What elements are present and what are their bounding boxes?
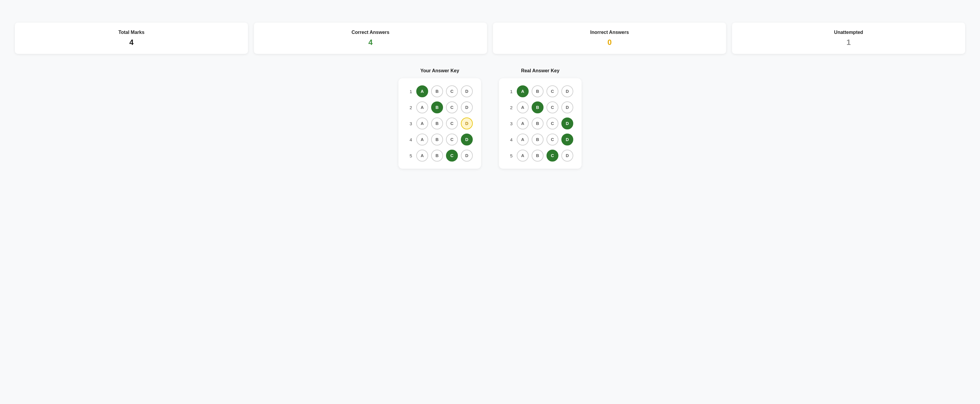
option-d[interactable]: D bbox=[562, 85, 573, 97]
option-b[interactable]: B bbox=[431, 101, 443, 113]
option-a[interactable]: A bbox=[416, 118, 428, 129]
option-d[interactable]: D bbox=[461, 150, 473, 161]
stat-card-unattempted: Unattempted 1 bbox=[732, 22, 965, 54]
option-b[interactable]: B bbox=[431, 150, 443, 161]
your-answer-key-section: Your Answer Key 1ABCD2ABCD3ABCD4ABCD5ABC… bbox=[398, 68, 481, 169]
option-c[interactable]: C bbox=[446, 118, 458, 129]
option-a[interactable]: A bbox=[517, 150, 529, 161]
option-d[interactable]: D bbox=[562, 150, 573, 161]
option-a[interactable]: A bbox=[517, 85, 529, 97]
option-b[interactable]: B bbox=[531, 150, 544, 161]
stat-value: 1 bbox=[738, 38, 959, 47]
option-a[interactable]: A bbox=[517, 134, 529, 145]
option-c[interactable]: C bbox=[446, 101, 458, 113]
row-number: 2 bbox=[407, 105, 412, 110]
stats-row: Total Marks 4 Correct Answers 4 Inorrect… bbox=[15, 22, 965, 54]
option-d[interactable]: D bbox=[562, 101, 573, 113]
answer-row: 2ABCD bbox=[507, 101, 573, 113]
option-c[interactable]: C bbox=[546, 134, 558, 145]
answer-row: 4ABCD bbox=[507, 134, 573, 145]
option-b[interactable]: B bbox=[531, 118, 544, 129]
option-a[interactable]: A bbox=[416, 150, 428, 161]
your-answer-key-card: 1ABCD2ABCD3ABCD4ABCD5ABCD bbox=[398, 78, 481, 169]
row-number: 3 bbox=[407, 121, 412, 126]
option-c[interactable]: C bbox=[546, 150, 558, 161]
row-number: 5 bbox=[507, 153, 512, 158]
option-b[interactable]: B bbox=[531, 134, 544, 145]
option-d[interactable]: D bbox=[461, 85, 473, 97]
answer-row: 3ABCD bbox=[507, 118, 573, 129]
option-b[interactable]: B bbox=[431, 118, 443, 129]
option-c[interactable]: C bbox=[546, 118, 558, 129]
row-number: 4 bbox=[407, 137, 412, 142]
answer-row: 3ABCD bbox=[407, 118, 473, 129]
option-c[interactable]: C bbox=[446, 85, 458, 97]
option-d[interactable]: D bbox=[461, 101, 473, 113]
option-d[interactable]: D bbox=[461, 134, 473, 145]
option-a[interactable]: A bbox=[416, 134, 428, 145]
option-a[interactable]: A bbox=[416, 101, 428, 113]
real-answer-key-title: Real Answer Key bbox=[521, 68, 559, 73]
answer-row: 2ABCD bbox=[407, 101, 473, 113]
stat-card-total-marks: Total Marks 4 bbox=[15, 22, 248, 54]
option-d[interactable]: D bbox=[562, 134, 573, 145]
row-number: 1 bbox=[407, 89, 412, 94]
stat-label: Unattempted bbox=[738, 30, 959, 35]
option-a[interactable]: A bbox=[517, 101, 529, 113]
stat-label: Inorrect Answers bbox=[499, 30, 720, 35]
option-c[interactable]: C bbox=[546, 85, 558, 97]
row-number: 2 bbox=[507, 105, 512, 110]
option-b[interactable]: B bbox=[531, 101, 544, 113]
answer-row: 5ABCD bbox=[507, 150, 573, 161]
real-answer-key-card: 1ABCD2ABCD3ABCD4ABCD5ABCD bbox=[499, 78, 582, 169]
answer-row: 4ABCD bbox=[407, 134, 473, 145]
option-c[interactable]: C bbox=[446, 134, 458, 145]
real-answer-key-section: Real Answer Key 1ABCD2ABCD3ABCD4ABCD5ABC… bbox=[499, 68, 582, 169]
option-b[interactable]: B bbox=[531, 85, 544, 97]
stat-label: Total Marks bbox=[21, 30, 242, 35]
answer-row: 5ABCD bbox=[407, 150, 473, 161]
stat-value: 4 bbox=[260, 38, 481, 47]
your-answer-key-title: Your Answer Key bbox=[420, 68, 460, 73]
stat-value: 4 bbox=[21, 38, 242, 47]
answer-row: 1ABCD bbox=[507, 85, 573, 97]
stat-label: Correct Answers bbox=[260, 30, 481, 35]
option-b[interactable]: B bbox=[431, 134, 443, 145]
option-a[interactable]: A bbox=[517, 118, 529, 129]
answer-row: 1ABCD bbox=[407, 85, 473, 97]
stat-card-incorrect-answers: Inorrect Answers 0 bbox=[493, 22, 726, 54]
option-a[interactable]: A bbox=[416, 85, 428, 97]
option-d[interactable]: D bbox=[562, 118, 573, 129]
row-number: 3 bbox=[507, 121, 512, 126]
row-number: 4 bbox=[507, 137, 512, 142]
option-c[interactable]: C bbox=[546, 101, 558, 113]
row-number: 1 bbox=[507, 89, 512, 94]
option-d[interactable]: D bbox=[461, 118, 473, 129]
answer-keys-row: Your Answer Key 1ABCD2ABCD3ABCD4ABCD5ABC… bbox=[15, 68, 965, 169]
stat-value: 0 bbox=[499, 38, 720, 47]
option-b[interactable]: B bbox=[431, 85, 443, 97]
row-number: 5 bbox=[407, 153, 412, 158]
option-c[interactable]: C bbox=[446, 150, 458, 161]
stat-card-correct-answers: Correct Answers 4 bbox=[254, 22, 487, 54]
